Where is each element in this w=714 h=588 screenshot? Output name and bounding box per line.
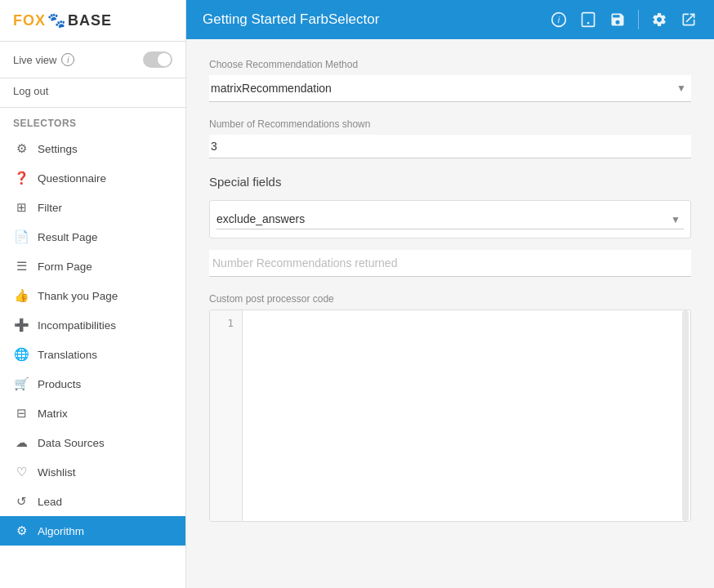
sidebar-item-label: Wishlist bbox=[38, 466, 76, 479]
sidebar-item-label: Products bbox=[38, 378, 81, 390]
code-editor-gutter: 1 bbox=[210, 310, 243, 521]
special-fields-title: Special fields bbox=[209, 175, 691, 189]
sidebar-item-label: Result Page bbox=[38, 231, 98, 243]
special-fields-select-wrapper: exclude_answers include_answers custom_f… bbox=[210, 204, 690, 234]
sidebar-section-label: Selectors bbox=[0, 108, 185, 134]
sidebar-logo: FOX🐾BASE bbox=[0, 0, 185, 42]
sidebar-item-label: Translations bbox=[38, 349, 97, 361]
special-fields-select[interactable]: exclude_answers include_answers custom_f… bbox=[216, 209, 684, 229]
matrix-icon: ⊟ bbox=[13, 406, 29, 421]
sidebar-item-label: Thank you Page bbox=[38, 290, 118, 302]
choose-recommendation-group: Choose Recommendation Method matrixRecom… bbox=[209, 59, 691, 102]
topbar: Getting Started FarbSelector i bbox=[186, 0, 714, 39]
sidebar-item-algorithm[interactable]: ⚙ Algorithm bbox=[0, 516, 185, 546]
sidebar-item-incompatibilities[interactable]: ➕ Incompatibilities bbox=[0, 310, 185, 340]
sidebar-item-questionnaire[interactable]: ❓ Questionnaire bbox=[0, 163, 185, 193]
logo-text: FOX🐾BASE bbox=[13, 11, 112, 29]
special-fields-box: exclude_answers include_answers custom_f… bbox=[209, 200, 691, 238]
custom-post-processor-label: Custom post processor code bbox=[209, 293, 691, 305]
sidebar-item-settings[interactable]: ⚙ Settings bbox=[0, 134, 185, 163]
live-view-label: Live view i bbox=[13, 53, 74, 66]
logout-button[interactable]: Log out bbox=[0, 78, 185, 108]
svg-text:i: i bbox=[558, 15, 560, 24]
choose-recommendation-select-wrapper: matrixRecommendation collaborativeFilter… bbox=[209, 75, 691, 102]
live-view-row: Live view i bbox=[0, 42, 185, 78]
data-sources-icon: ☁ bbox=[13, 435, 29, 450]
algorithm-icon: ⚙ bbox=[13, 523, 29, 538]
lead-icon: ↺ bbox=[13, 494, 29, 509]
sidebar-item-wishlist[interactable]: ♡ Wishlist bbox=[0, 457, 185, 487]
form-page-icon: ☰ bbox=[13, 259, 29, 274]
wishlist-icon: ♡ bbox=[13, 465, 29, 479]
sidebar-item-matrix[interactable]: ⊟ Matrix bbox=[0, 399, 185, 428]
code-editor-body[interactable] bbox=[243, 310, 690, 521]
sidebar-item-form-page[interactable]: ☰ Form Page bbox=[0, 252, 185, 281]
sidebar-item-label: Questionnaire bbox=[38, 172, 106, 185]
sidebar: FOX🐾BASE Live view i Log out Selectors ⚙… bbox=[0, 0, 186, 588]
sidebar-item-filter[interactable]: ⊞ Filter bbox=[0, 193, 185, 222]
sidebar-item-label: Lead bbox=[38, 496, 62, 508]
sidebar-item-label: Form Page bbox=[38, 261, 92, 273]
code-editor-scrollbar[interactable] bbox=[682, 310, 689, 521]
sidebar-item-products[interactable]: 🛒 Products bbox=[0, 369, 185, 399]
page-title: Getting Started FarbSelector bbox=[203, 11, 379, 28]
thank-you-icon: 👍 bbox=[13, 288, 29, 303]
filter-icon: ⊞ bbox=[13, 200, 29, 215]
content-area: Choose Recommendation Method matrixRecom… bbox=[186, 39, 714, 588]
result-page-icon: 📄 bbox=[13, 229, 29, 244]
sidebar-item-label: Matrix bbox=[38, 408, 68, 420]
num-rec-returned-group bbox=[209, 250, 691, 277]
choose-recommendation-label: Choose Recommendation Method bbox=[209, 59, 691, 70]
code-line-number: 1 bbox=[218, 317, 234, 329]
num-recommendations-input[interactable] bbox=[209, 135, 691, 158]
sidebar-item-lead[interactable]: ↺ Lead bbox=[0, 487, 185, 516]
tablet-icon[interactable] bbox=[579, 11, 597, 29]
external-link-icon[interactable] bbox=[680, 11, 698, 29]
custom-post-processor-group: Custom post processor code 1 bbox=[209, 293, 691, 522]
sidebar-item-label: Settings bbox=[38, 143, 78, 155]
products-icon: 🛒 bbox=[13, 376, 29, 391]
sidebar-item-thank-you-page[interactable]: 👍 Thank you Page bbox=[0, 281, 185, 310]
sidebar-item-translations[interactable]: 🌐 Translations bbox=[0, 340, 185, 369]
incompatibilities-icon: ➕ bbox=[13, 318, 29, 332]
sidebar-item-label: Algorithm bbox=[38, 525, 84, 537]
live-view-info-icon[interactable]: i bbox=[61, 53, 74, 66]
live-view-text: Live view bbox=[13, 54, 56, 66]
settings-icon: ⚙ bbox=[13, 141, 29, 156]
topbar-settings-icon[interactable] bbox=[650, 11, 668, 29]
save-icon[interactable] bbox=[609, 11, 627, 29]
sidebar-item-label: Incompatibilities bbox=[38, 319, 116, 332]
num-recommendations-label: Number of Recommendations shown bbox=[209, 118, 691, 130]
info-icon[interactable]: i bbox=[550, 11, 568, 29]
questionnaire-icon: ❓ bbox=[13, 171, 29, 185]
code-editor[interactable]: 1 bbox=[209, 310, 691, 522]
svg-point-3 bbox=[587, 22, 590, 24]
main-area: Getting Started FarbSelector i Choose Re… bbox=[186, 0, 714, 588]
sidebar-item-result-page[interactable]: 📄 Result Page bbox=[0, 222, 185, 252]
live-view-toggle[interactable] bbox=[143, 51, 172, 68]
sidebar-item-label: Data Sources bbox=[38, 437, 105, 449]
num-rec-returned-input[interactable] bbox=[209, 250, 691, 277]
topbar-divider bbox=[638, 10, 639, 29]
num-recommendations-group: Number of Recommendations shown bbox=[209, 118, 691, 158]
topbar-icons: i bbox=[550, 10, 698, 29]
sidebar-item-data-sources[interactable]: ☁ Data Sources bbox=[0, 428, 185, 457]
sidebar-item-label: Filter bbox=[38, 202, 62, 214]
choose-recommendation-select[interactable]: matrixRecommendation collaborativeFilter… bbox=[209, 75, 691, 101]
translations-icon: 🌐 bbox=[13, 347, 29, 362]
svg-rect-2 bbox=[582, 13, 595, 27]
